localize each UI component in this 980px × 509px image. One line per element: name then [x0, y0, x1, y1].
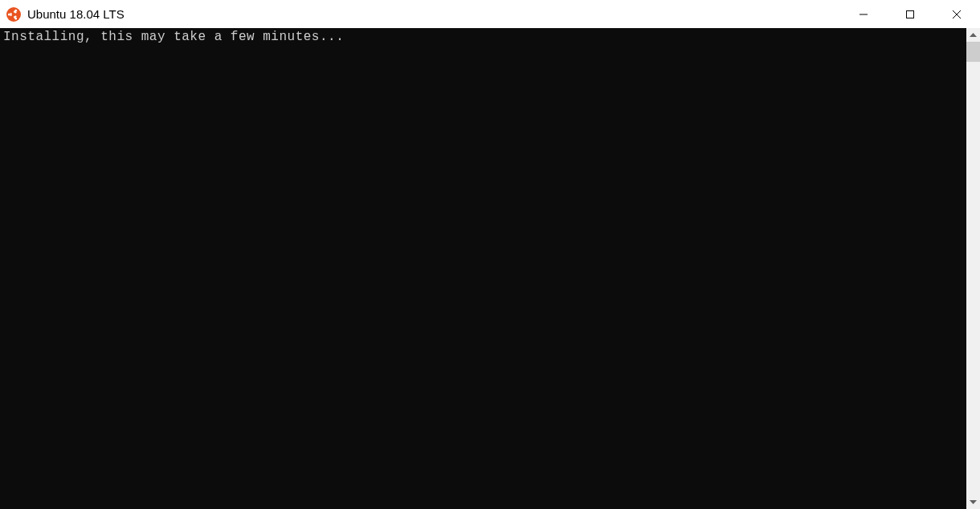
svg-rect-5 [907, 10, 914, 18]
svg-point-1 [8, 13, 10, 15]
vertical-scrollbar[interactable] [966, 28, 980, 509]
scroll-up-arrow-icon[interactable] [966, 28, 980, 42]
titlebar: Ubuntu 18.04 LTS [0, 0, 980, 28]
close-button[interactable] [933, 0, 980, 28]
content-wrapper: Installing, this may take a few minutes.… [0, 28, 980, 509]
scrollbar-track[interactable] [966, 42, 980, 495]
maximize-button[interactable] [887, 0, 933, 28]
minimize-button[interactable] [840, 0, 887, 28]
terminal-output-line: Installing, this may take a few minutes.… [3, 30, 963, 44]
ubuntu-icon [6, 7, 21, 22]
window-title: Ubuntu 18.04 LTS [27, 7, 840, 21]
scrollbar-thumb[interactable] [966, 42, 980, 62]
scroll-down-arrow-icon[interactable] [966, 495, 980, 509]
window-controls [840, 0, 980, 28]
terminal[interactable]: Installing, this may take a few minutes.… [0, 28, 966, 509]
